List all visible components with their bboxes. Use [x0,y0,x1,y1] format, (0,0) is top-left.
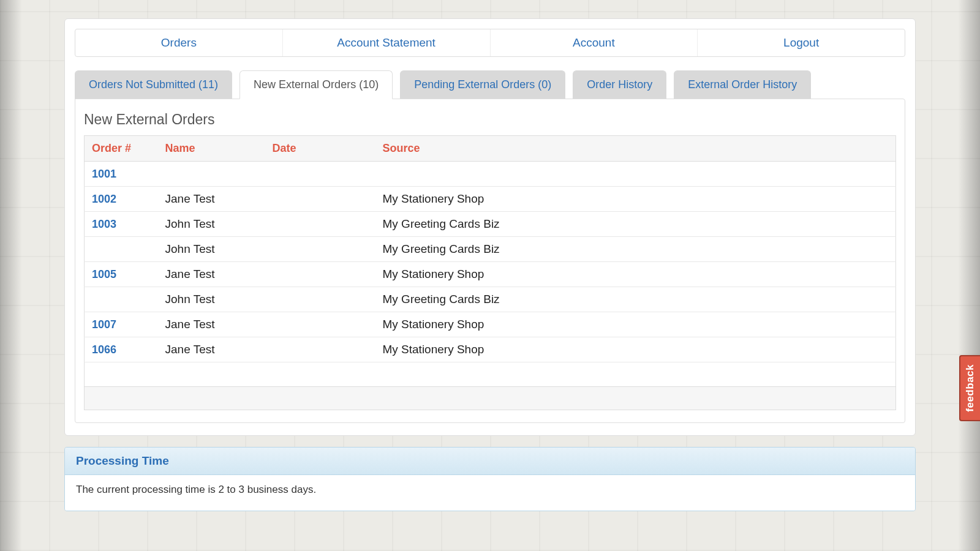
table-row: 1007Jane TestMy Stationery Shop [85,312,896,337]
cell-date [265,287,375,312]
col-header-order[interactable]: Order # [85,136,158,162]
table-row: 1066Jane TestMy Stationery Shop [85,337,896,362]
cell-order: 1002 [85,187,158,212]
feedback-tab[interactable]: feedback [959,355,980,421]
tab-order-history[interactable]: Order History [573,70,666,99]
cell-name: John Test [158,287,265,312]
processing-time-panel: Processing Time The current processing t… [64,447,916,511]
table-row: 1001 [85,162,896,187]
cell-date [265,312,375,337]
orders-table: Order # Name Date Source 10011002Jane Te… [84,135,896,410]
page-shadow-right [958,0,980,551]
cell-date [265,237,375,262]
cell-source: My Greeting Cards Biz [375,212,896,237]
table-row: John TestMy Greeting Cards Biz [85,287,896,312]
order-link[interactable]: 1003 [92,218,116,230]
cell-order: 1001 [85,162,158,187]
cell-name: Jane Test [158,262,265,287]
nav-logout[interactable]: Logout [698,29,905,56]
page-shadow-left [0,0,22,551]
col-header-name[interactable]: Name [158,136,265,162]
tab-content: New External Orders Order # Name Date So… [75,99,905,423]
cell-source: My Greeting Cards Biz [375,237,896,262]
tab-pending-external-orders[interactable]: Pending External Orders (0) [400,70,565,99]
cell-order [85,287,158,312]
processing-time-title: Processing Time [65,448,915,475]
col-header-source[interactable]: Source [375,136,896,162]
cell-order: 1007 [85,312,158,337]
cell-name [158,362,265,387]
cell-source: My Stationery Shop [375,187,896,212]
tab-new-external-orders[interactable]: New External Orders (10) [239,70,393,99]
main-card: Orders Account Statement Account Logout … [64,18,916,436]
cell-date [265,362,375,387]
cell-source: My Stationery Shop [375,312,896,337]
tab-orders-not-submitted[interactable]: Orders Not Submitted (11) [75,70,232,99]
cell-name: John Test [158,237,265,262]
cell-name [158,162,265,187]
page: Orders Account Statement Account Logout … [34,0,946,551]
cell-order: 1066 [85,337,158,362]
cell-date [265,262,375,287]
cell-source: My Stationery Shop [375,262,896,287]
cell-name: Jane Test [158,187,265,212]
table-footer-row [85,387,896,410]
nav-orders[interactable]: Orders [75,29,283,56]
cell-source: My Greeting Cards Biz [375,287,896,312]
cell-order [85,362,158,387]
orders-tbody: 10011002Jane TestMy Stationery Shop1003J… [85,162,896,387]
cell-name: Jane Test [158,312,265,337]
order-link[interactable]: 1002 [92,193,116,205]
cell-order: 1003 [85,212,158,237]
section-title: New External Orders [84,111,896,128]
col-header-date[interactable]: Date [265,136,375,162]
cell-source [375,362,896,387]
tab-bar: Orders Not Submitted (11) New External O… [75,70,905,99]
cell-date [265,337,375,362]
processing-time-body: The current processing time is 2 to 3 bu… [65,475,915,511]
tab-external-order-history[interactable]: External Order History [674,70,811,99]
feedback-label: feedback [964,364,976,412]
nav-account[interactable]: Account [491,29,698,56]
nav-account-statement[interactable]: Account Statement [283,29,491,56]
table-row: 1005Jane TestMy Stationery Shop [85,262,896,287]
order-link[interactable]: 1066 [92,343,116,356]
cell-date [265,187,375,212]
top-nav: Orders Account Statement Account Logout [75,29,905,57]
table-row: 1003John TestMy Greeting Cards Biz [85,212,896,237]
cell-source: My Stationery Shop [375,337,896,362]
order-link[interactable]: 1007 [92,318,116,331]
cell-order [85,237,158,262]
order-link[interactable]: 1005 [92,268,116,280]
cell-date [265,212,375,237]
cell-name: John Test [158,212,265,237]
table-row: 1002Jane TestMy Stationery Shop [85,187,896,212]
cell-source [375,162,896,187]
table-row [85,362,896,387]
table-header-row: Order # Name Date Source [85,136,896,162]
cell-order: 1005 [85,262,158,287]
cell-date [265,162,375,187]
cell-name: Jane Test [158,337,265,362]
table-row: John TestMy Greeting Cards Biz [85,237,896,262]
order-link[interactable]: 1001 [92,168,116,180]
